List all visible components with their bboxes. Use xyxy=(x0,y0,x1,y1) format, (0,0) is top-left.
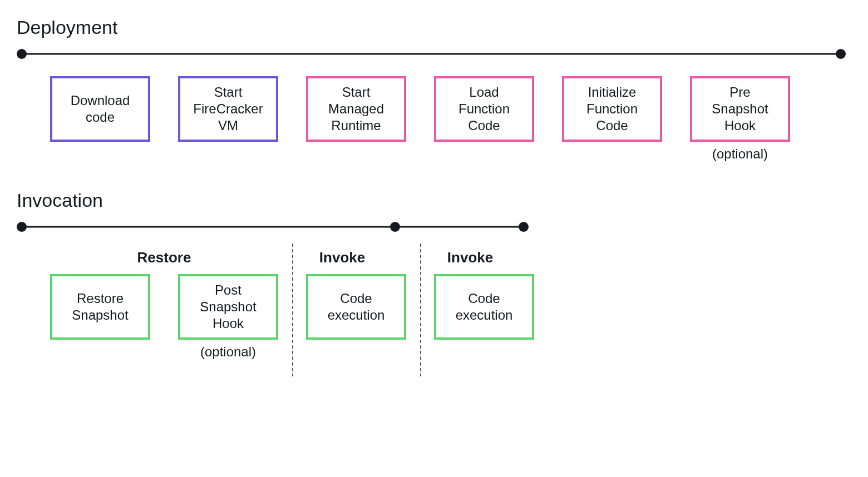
start-runtime-box: Start Managed Runtime xyxy=(306,76,406,142)
invocation-box: Code execution xyxy=(306,274,406,360)
deployment-box: Initialize Function Code xyxy=(562,76,662,162)
pre-snapshot-hook-box: Pre Snapshot Hook xyxy=(690,76,790,142)
phase-restore-label: Restore xyxy=(50,249,278,266)
deployment-box: Start Managed Runtime xyxy=(306,76,406,162)
invocation-section: Invocation Restore Invoke Invoke Restore… xyxy=(17,190,851,360)
phase-divider-1 xyxy=(292,244,293,376)
deployment-box: Start FireCracker VM xyxy=(178,76,278,162)
invocation-box: Restore Snapshot xyxy=(50,274,150,360)
deployment-box: Download code xyxy=(50,76,150,162)
invocation-box: Post Snapshot Hook (optional) xyxy=(178,274,278,360)
start-firecracker-box: Start FireCracker VM xyxy=(178,76,278,142)
deployment-section: Deployment Download code Start FireCrack… xyxy=(17,17,851,162)
post-snapshot-caption: (optional) xyxy=(178,344,278,360)
deployment-box: Pre Snapshot Hook (optional) xyxy=(690,76,790,162)
code-execution-box-1: Code execution xyxy=(306,274,406,340)
invocation-timeline xyxy=(17,221,529,232)
pre-snapshot-caption: (optional) xyxy=(690,146,790,162)
load-function-box: Load Function Code xyxy=(434,76,534,142)
restore-snapshot-box: Restore Snapshot xyxy=(50,274,150,340)
phase-invoke-label-2: Invoke xyxy=(406,249,534,266)
phase-labels: Restore Invoke Invoke xyxy=(17,249,851,266)
phase-divider-2 xyxy=(420,244,421,376)
deployment-row: Download code Start FireCracker VM Start… xyxy=(17,76,851,162)
download-code-box: Download code xyxy=(50,76,150,142)
invocation-row: Restore Snapshot Post Snapshot Hook (opt… xyxy=(17,274,851,360)
post-snapshot-hook-box: Post Snapshot Hook xyxy=(178,274,278,340)
deployment-timeline xyxy=(17,48,846,59)
invocation-box: Code execution xyxy=(434,274,534,360)
deployment-box: Load Function Code xyxy=(434,76,534,162)
initialize-function-box: Initialize Function Code xyxy=(562,76,662,142)
code-execution-box-2: Code execution xyxy=(434,274,534,340)
deployment-title: Deployment xyxy=(17,17,851,38)
phase-invoke-label-1: Invoke xyxy=(278,249,406,266)
invocation-title: Invocation xyxy=(17,190,851,211)
